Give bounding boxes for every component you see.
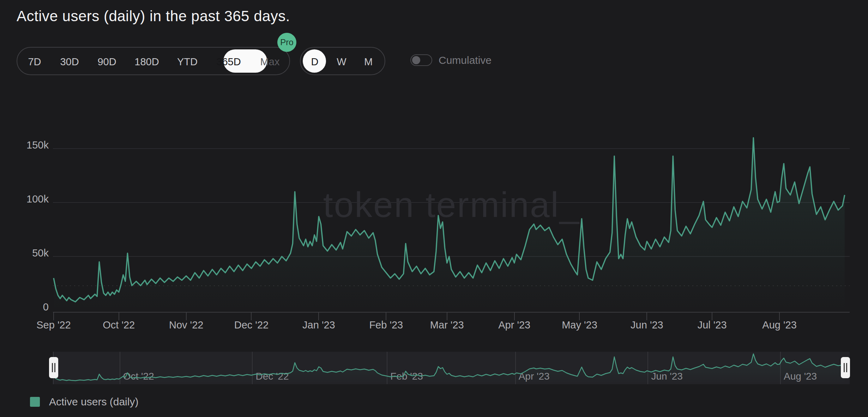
main-chart-plot-area[interactable] [53, 116, 850, 314]
x-tick-dec22: Dec '22 [234, 319, 269, 331]
brush-handle-left[interactable] [49, 357, 58, 378]
x-tick-sep22: Sep '22 [36, 319, 71, 331]
x-tick-nov22: Nov '22 [169, 319, 203, 331]
granularity-option-d[interactable]: D [311, 48, 319, 76]
x-tick-may23: May '23 [562, 319, 597, 331]
legend-swatch-icon [30, 397, 40, 407]
x-tick-mar23: Mar '23 [430, 319, 464, 331]
toggle-knob-icon [412, 56, 420, 64]
x-tick-feb23: Feb '23 [369, 319, 403, 331]
legend-series-label: Active users (daily) [49, 396, 138, 408]
y-tick-50k: 50k [17, 247, 49, 259]
range-option-180d[interactable]: 180D [134, 48, 159, 76]
x-tick-aug23: Aug '23 [762, 319, 796, 331]
range-selector-group: 7D30D90D180DYTD365DMax [17, 47, 290, 75]
y-tick-0: 0 [17, 301, 49, 313]
page-title: Active users (daily) in the past 365 day… [17, 8, 290, 25]
range-option-365d[interactable]: 365D [216, 48, 241, 76]
range-option-7d[interactable]: 7D [28, 48, 41, 76]
legend: Active users (daily) [30, 396, 138, 408]
range-option-90d[interactable]: 90D [97, 48, 116, 76]
range-option-ytd[interactable]: YTD [177, 48, 198, 76]
granularity-selector-group: DWM [300, 47, 385, 75]
x-tick-apr23: Apr '23 [498, 319, 530, 331]
minimap-sparkline [53, 352, 850, 384]
series-area-fill [54, 138, 845, 310]
x-tick-oct22: Oct '22 [103, 319, 135, 331]
x-tick-jul23: Jul '23 [698, 319, 727, 331]
y-tick-150k: 150k [17, 139, 49, 151]
cumulative-toggle[interactable] [410, 54, 432, 66]
range-option-max[interactable]: Max [260, 48, 280, 76]
pro-badge: Pro [277, 33, 296, 52]
x-tick-jan23: Jan '23 [302, 319, 335, 331]
range-option-30d[interactable]: 30D [60, 48, 79, 76]
granularity-option-w[interactable]: W [337, 48, 346, 76]
brush-handle-right[interactable] [841, 357, 850, 378]
granularity-option-m[interactable]: M [364, 48, 373, 76]
x-tick-jun23: Jun '23 [631, 319, 663, 331]
y-tick-100k: 100k [17, 193, 49, 205]
minimap-area-fill [54, 354, 845, 383]
cumulative-label: Cumulative [439, 54, 492, 66]
